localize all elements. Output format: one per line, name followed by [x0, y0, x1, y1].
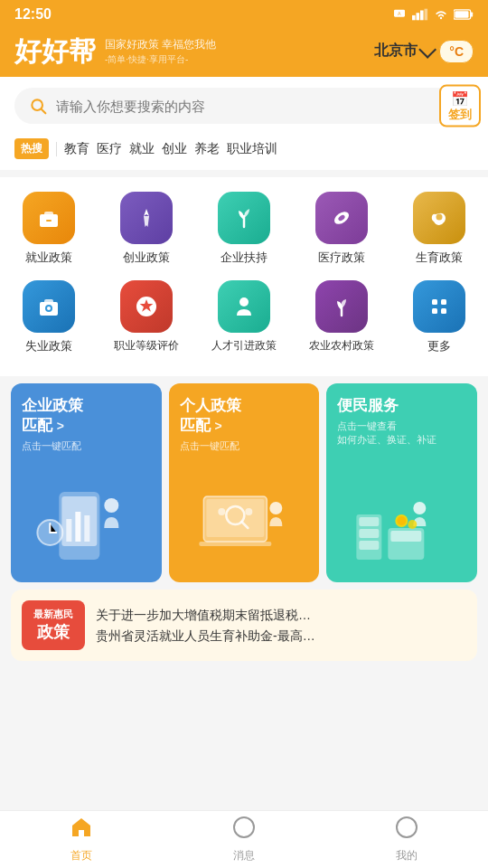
icon-label-talent: 人才引进政策: [211, 338, 277, 354]
icon-row-2: 失业政策 职业等级评价 人才引进政策: [0, 280, 488, 354]
icon-employment[interactable]: 就业政策: [5, 192, 92, 266]
notification-icon: A: [392, 7, 407, 22]
svg-point-40: [269, 502, 282, 514]
banner-section: 企业政策匹配 > 点击一键匹配: [0, 383, 488, 582]
news-badge-main: 政策: [31, 621, 76, 643]
status-time: 12:50: [14, 6, 52, 23]
camera-briefcase-icon: [34, 292, 63, 321]
status-bar: 12:50 A: [0, 0, 488, 29]
banner-enterprise-title: 企业政策匹配 >: [22, 396, 151, 436]
icon-agri[interactable]: 农业农村政策: [298, 280, 385, 354]
city-name: 北京市: [374, 42, 418, 61]
search-icon: [29, 97, 47, 115]
banner-enterprise[interactable]: 企业政策匹配 > 点击一键匹配: [11, 383, 162, 582]
nav-message[interactable]: 消息: [208, 816, 280, 863]
icon-medical[interactable]: 医疗政策: [298, 192, 385, 266]
banner-personal-subtitle: 点击一键匹配: [180, 439, 309, 453]
hot-divider: [56, 142, 57, 156]
banner-personal-illustration: [180, 453, 309, 573]
news-content: 关于进一步加大增值税期末留抵退税… 贵州省灵活就业人员生育补助金-最高…: [96, 605, 466, 646]
svg-rect-8: [455, 11, 468, 18]
svg-rect-46: [360, 541, 380, 550]
nav-mine[interactable]: 我的: [371, 816, 443, 863]
svg-rect-5: [425, 9, 428, 21]
star-badge-icon: [132, 292, 161, 321]
search-input[interactable]: [56, 99, 459, 114]
icon-unemployment[interactable]: 失业政策: [5, 280, 92, 354]
svg-rect-20: [44, 299, 53, 304]
app-header: 好好帮 国家好政策 幸福您我他 -简单·快捷·享用平台- 北京市 °C: [0, 29, 488, 77]
svg-rect-25: [441, 299, 446, 305]
svg-rect-48: [391, 531, 422, 542]
icon-talent[interactable]: 人才引进政策: [201, 280, 287, 354]
svg-rect-32: [84, 515, 89, 542]
svg-rect-30: [66, 519, 71, 542]
logo-area: 好好帮 国家好政策 幸福您我他 -简单·快捷·享用平台-: [14, 36, 216, 66]
message-icon: [232, 816, 256, 844]
icon-enterprise[interactable]: 企业扶持: [201, 192, 287, 266]
svg-rect-7: [471, 12, 474, 16]
calendar-icon: 📅: [451, 90, 469, 108]
svg-rect-2: [412, 15, 416, 20]
signal-icon: [412, 8, 428, 21]
plant-icon: [230, 203, 258, 232]
svg-point-19: [47, 307, 51, 310]
app-logo: 好好帮: [14, 38, 96, 65]
home-icon: [70, 816, 93, 844]
svg-rect-31: [75, 512, 80, 542]
hot-tag-startup[interactable]: 创业: [162, 141, 187, 157]
icon-grid: 就业政策 创业政策 企: [0, 177, 488, 376]
svg-point-52: [408, 520, 418, 529]
chevron-down-icon: [419, 40, 437, 58]
hot-tag-elderly[interactable]: 养老: [194, 141, 220, 157]
svg-rect-26: [432, 308, 437, 314]
signin-button[interactable]: 📅 签到: [439, 85, 481, 127]
hot-tag-medical[interactable]: 医疗: [97, 141, 122, 157]
svg-point-41: [218, 508, 225, 515]
mine-icon: [395, 816, 418, 844]
news-section[interactable]: 最新惠民 政策 关于进一步加大增值税期末留抵退税… 贵州省灵活就业人员生育补助金…: [11, 590, 477, 661]
grid-more-icon: [425, 292, 454, 321]
icon-label-startup: 创业政策: [123, 250, 170, 266]
icon-more[interactable]: 更多: [396, 280, 483, 354]
pill-icon: [327, 203, 356, 232]
battery-icon: [454, 8, 474, 21]
banner-personal[interactable]: 个人政策匹配 > 点击一键匹配: [169, 383, 320, 582]
nav-message-label: 消息: [233, 848, 255, 863]
city-selector[interactable]: 北京市: [374, 42, 432, 61]
svg-rect-24: [432, 299, 437, 305]
hot-tag-vocational[interactable]: 职业培训: [227, 141, 277, 157]
icon-label-unemployment: 失业政策: [25, 338, 72, 354]
banner-enterprise-arrow: >: [57, 419, 64, 433]
hot-tag-employment[interactable]: 就业: [129, 141, 155, 157]
svg-line-10: [42, 109, 46, 114]
nav-home-label: 首页: [70, 848, 92, 863]
hot-tag-education[interactable]: 教育: [64, 141, 89, 157]
svg-rect-13: [46, 220, 52, 222]
icon-fertility[interactable]: 生育政策: [396, 192, 483, 266]
banner-citizen-title: 便民服务: [337, 396, 466, 416]
svg-point-23: [239, 297, 249, 307]
icon-row-1: 就业政策 创业政策 企: [0, 192, 488, 266]
news-item-1: 关于进一步加大增值税期末留抵退税…: [96, 605, 466, 625]
banner-citizen-subtitle: 点击一键查看如何办证、换证、补证: [337, 420, 466, 447]
banner-personal-title: 个人政策匹配 >: [180, 396, 309, 436]
nav-home[interactable]: 首页: [45, 816, 117, 863]
svg-text:A: A: [398, 11, 401, 16]
icon-label-more: 更多: [427, 338, 451, 354]
banner-citizen[interactable]: 便民服务 点击一键查看如何办证、换证、补证: [326, 383, 477, 582]
svg-rect-12: [44, 212, 53, 216]
tie-icon: [132, 203, 161, 232]
banner-enterprise-illustration: [22, 453, 151, 573]
banner-enterprise-subtitle: 点击一键匹配: [22, 439, 151, 453]
banner-personal-arrow: >: [214, 419, 221, 433]
search-bar: 📅 签到: [14, 88, 474, 124]
svg-point-33: [104, 498, 118, 513]
logo-tagline: 国家好政策 幸福您我他 -简单·快捷·享用平台-: [105, 36, 216, 66]
header-right: 北京市 °C: [374, 40, 474, 63]
briefcase-icon: [34, 203, 63, 232]
bottom-nav: 首页 消息 我的: [0, 810, 488, 868]
icon-startup[interactable]: 创业政策: [103, 192, 190, 266]
search-section: 📅 签到: [0, 77, 488, 131]
icon-vocational[interactable]: 职业等级评价: [103, 280, 190, 354]
